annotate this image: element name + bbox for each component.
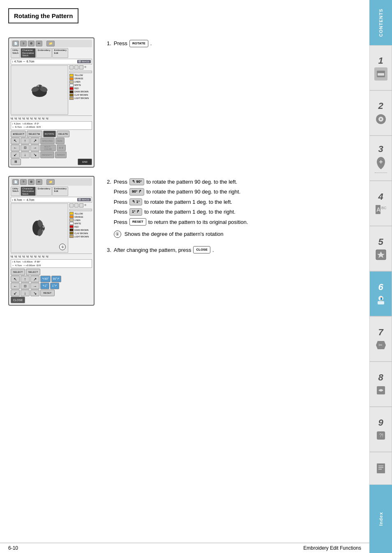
machine-screen-1-panel: 📄 ? ⚙ ✏ 📁 UtilityStitch CharacterDecorat… <box>8 37 99 168</box>
btn-grid[interactable]: ⊞ <box>11 159 21 165</box>
machine-icon-settings: ⚙ <box>28 41 35 46</box>
tab-7[interactable]: 7 ✂ <box>369 316 392 362</box>
contents-label: CONTENTS <box>378 9 383 37</box>
machine-body-1: ⚙ YELLOW ORANGE LINEN WHITE RED DARK BRO… <box>11 65 92 115</box>
step-3-text: 3. After changing the pattern, press CLO… <box>107 246 361 256</box>
btn2-rotate-right-1[interactable]: 1°↱ <box>50 283 59 289</box>
step-2-text-2: to rotate the pattern 90 deg. to the rig… <box>146 188 240 196</box>
tab-6[interactable]: 6 🧵 <box>369 271 392 316</box>
btn-select-left[interactable]: ◄SELECT <box>11 131 26 137</box>
btn2-select-left[interactable]: SELECT <box>11 269 25 275</box>
btn2-select-right[interactable]: SELECT <box>26 269 40 275</box>
btn-multicolor[interactable]: MULTICOLOR <box>40 145 56 151</box>
tab-index[interactable]: Index <box>369 485 392 553</box>
btn-upleft[interactable]: ↖ <box>11 138 20 144</box>
btn-center[interactable]: ⊡ <box>21 145 30 151</box>
machine-icon-settings-2: ⚙ <box>28 179 35 185</box>
btn-size[interactable]: SIZE <box>55 138 65 144</box>
right-sidebar: CONTENTS 1 2 3 <box>369 0 392 553</box>
step-3-content: After changing the pattern, press CLOSE … <box>114 246 361 256</box>
machine-icon-file: 📁 <box>46 41 55 46</box>
btn2-downright[interactable]: ↘ <box>30 290 39 296</box>
nav-embroidery[interactable]: Embroidery <box>36 48 52 58</box>
machine-screen-2: 📄 ? ⚙ ✏ 📁 UtilityStitch CharacterDecorat… <box>8 176 95 306</box>
tab-1[interactable]: 1 <box>369 45 392 90</box>
tab-notes[interactable] <box>369 452 392 485</box>
btn-reset-inline: RESET <box>129 218 146 226</box>
nav-utility-2[interactable]: UtilityStitch <box>11 187 20 196</box>
nav-embroidery-2[interactable]: Embroidery <box>36 187 52 196</box>
step-1-num: 1. <box>107 39 111 48</box>
tab-8[interactable]: 8 <box>369 362 392 407</box>
btn-select-right[interactable]: SELECT► <box>27 131 42 137</box>
step-2-press-5: Press <box>114 218 127 226</box>
step-2-text: 2. Press ↰ 90° to rotate the pattern 90 … <box>107 178 361 240</box>
tab-9[interactable]: 9 ?! <box>369 407 392 452</box>
btn-rotate-left-1-inline: ↰ 1° <box>129 198 142 206</box>
color-list-1: ⚙ YELLOW ORANGE LINEN WHITE RED DARK BRO… <box>69 65 92 115</box>
btn2-rotate-right-90[interactable]: 90°↱ <box>51 276 62 282</box>
btn-density[interactable]: DENSITY <box>40 152 54 158</box>
btn2-upright[interactable]: ↗ <box>30 276 39 282</box>
btn2-down[interactable]: ↓ <box>21 290 30 296</box>
footer-page: 6-10 <box>8 545 18 551</box>
nav-edit-2[interactable]: EmbroideryEdit <box>52 187 68 196</box>
machine-icon-doc-2: 📄 <box>12 179 19 185</box>
btn-downleft[interactable]: ↙ <box>11 152 20 158</box>
btn2-upleft[interactable]: ↖ <box>11 276 20 282</box>
step-2-num: 2. <box>107 178 111 186</box>
step-2-text-1: to rotate the pattern 90 deg. to the lef… <box>146 178 237 186</box>
btn-down[interactable]: ↓ <box>21 152 30 158</box>
step-2-press-4: Press <box>114 208 127 216</box>
step1-instructions: 1. Press ROTATE . <box>107 37 361 168</box>
machine-canvas-2: ① <box>11 203 68 253</box>
btn2-right[interactable]: → <box>30 283 39 289</box>
machine-body-2: ① ⚙ YELLOW ORANGE LINEN WHITE <box>11 203 92 253</box>
tab-number-1: 1 <box>378 55 383 66</box>
machine-icon-question: ? <box>20 41 27 46</box>
machine-icon-question-2: ? <box>20 179 27 185</box>
machine-screen-2-panel: 📄 ? ⚙ ✏ 📁 UtilityStitch CharacterDecorat… <box>8 176 99 306</box>
machine-measurement-1: ↕ 4.7cm ↔ 6.7cm 🖼IMAGE <box>11 59 92 65</box>
btn-upright[interactable]: ↗ <box>30 138 39 144</box>
btn-delete[interactable]: DELETE <box>57 131 69 137</box>
tab-4[interactable]: 4 A BC <box>369 181 392 226</box>
btn-rotate-right-90-inline: 90° ↱ <box>129 188 144 196</box>
step-2-content: Press ↰ 90° to rotate the pattern 90 deg… <box>114 178 361 240</box>
btn-spacing[interactable]: SPACING <box>40 138 55 144</box>
step-2-press-1: Press <box>114 178 127 186</box>
step-3-period: . <box>212 246 214 254</box>
btn-rotate[interactable]: ROTATE <box>43 131 56 137</box>
step-1-text: 1. Press ROTATE . <box>107 39 361 50</box>
machine-icon-edit-2: ✏ <box>36 179 42 185</box>
btn-end[interactable]: END <box>78 159 92 165</box>
btn2-center[interactable]: ⊡ <box>21 283 30 289</box>
btn2-up[interactable]: ↑ <box>21 276 30 282</box>
btn2-close[interactable]: CLOSE <box>11 297 25 303</box>
btn-right[interactable]: → <box>30 145 39 151</box>
btn2-downleft[interactable]: ↙ <box>11 290 20 296</box>
svg-point-33 <box>43 226 44 227</box>
tab-2[interactable]: 2 <box>369 90 392 136</box>
nav-edit[interactable]: EmbroideryEdit <box>52 48 68 58</box>
btn2-reset[interactable]: RESET <box>40 290 55 296</box>
btn-rotate-left-90-inline: ↰ 90° <box>129 178 144 186</box>
step-2-text-4: to rotate the pattern 1 deg. to the righ… <box>144 208 235 216</box>
btn2-rotate-left-1[interactable]: ↰1° <box>40 283 49 289</box>
btn2-left[interactable]: ← <box>11 283 20 289</box>
tab-5[interactable]: 5 <box>369 226 392 271</box>
footer-title: Embroidery Edit Functions <box>303 545 361 551</box>
btn-array[interactable]: ARRAY <box>55 152 67 158</box>
tab-3[interactable]: 3 <box>369 136 392 181</box>
svg-text:BC: BC <box>381 206 387 210</box>
nav-character[interactable]: CharacterDecorativeStitch <box>21 48 36 58</box>
btn-downright[interactable]: ↘ <box>30 152 39 158</box>
tab-contents[interactable]: CONTENTS <box>369 0 392 45</box>
btn-left[interactable]: ← <box>11 145 20 151</box>
btn-up[interactable]: ↑ <box>21 138 30 144</box>
nav-character-2[interactable]: CharacterDecorativeStitch <box>21 187 36 196</box>
btn2-rotate-left-90[interactable]: ↰90° <box>40 276 51 282</box>
section-box: Rotating the Pattern <box>8 8 78 23</box>
btn-size2[interactable]: ∧∨ <box>57 145 66 151</box>
nav-utility[interactable]: UtilityStitch <box>11 48 20 58</box>
